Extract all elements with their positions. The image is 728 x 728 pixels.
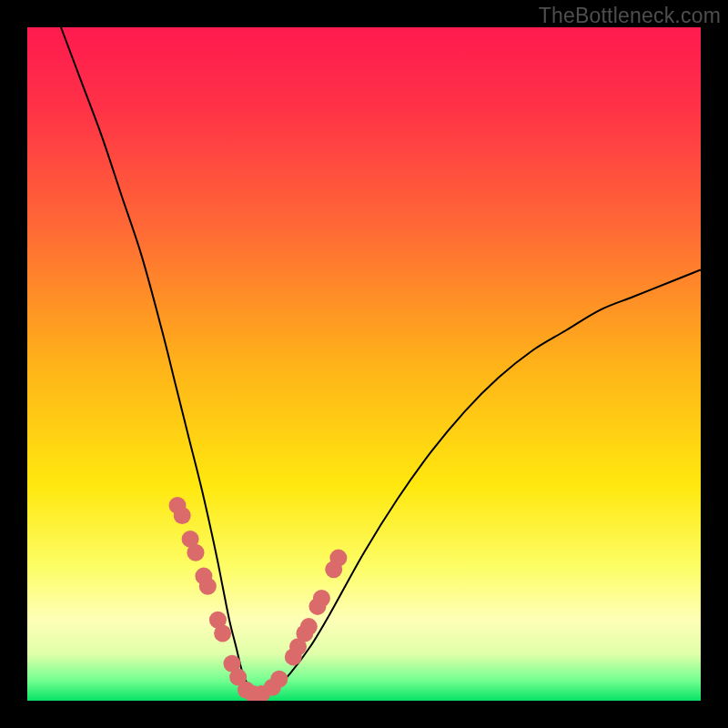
highlight-dot [270,671,288,688]
bottleneck-curve [61,27,701,695]
highlight-dot [329,550,347,567]
highlight-dot [214,625,231,642]
curve-layer [27,27,701,701]
highlight-dot [174,507,191,524]
watermark-label: TheBottleneck.com [539,4,721,28]
highlight-dot [199,578,217,595]
chart-frame: TheBottleneck.com [0,0,728,728]
plot-area [27,27,701,701]
highlighted-points [169,497,348,701]
highlight-dot [300,618,318,635]
highlight-dot [187,544,205,561]
highlight-dot [313,590,330,607]
